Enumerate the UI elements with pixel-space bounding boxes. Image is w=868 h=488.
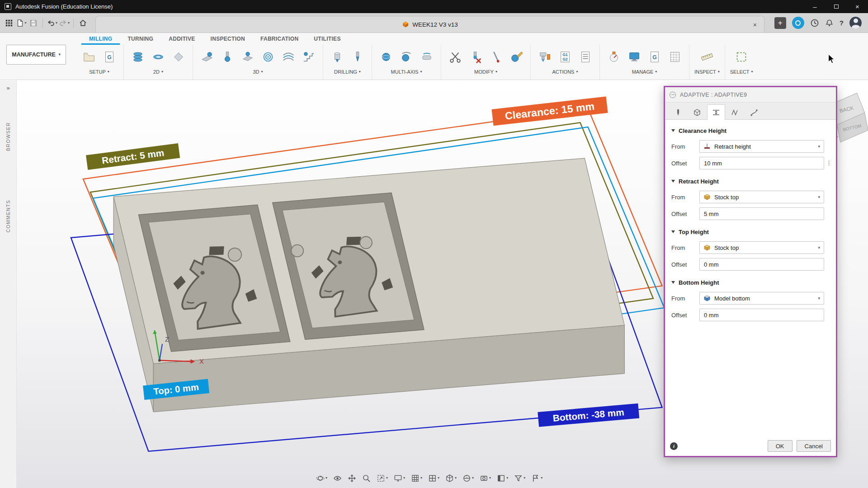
expand-panel-icon[interactable]: »: [6, 84, 9, 91]
group-dropdown-drilling[interactable]: DRILLING▾: [334, 69, 361, 75]
zoom-button[interactable]: [361, 472, 372, 484]
section-analysis-button[interactable]: ▾: [462, 472, 475, 484]
drill-tool-icon[interactable]: [349, 47, 367, 67]
notifications-bell-icon[interactable]: [825, 19, 834, 28]
selection-filter-button[interactable]: ▾: [513, 472, 526, 484]
minimize-button[interactable]: –: [804, 0, 826, 13]
adaptive-clearing-icon[interactable]: [198, 47, 216, 67]
history-clock-icon[interactable]: [810, 19, 819, 28]
section-header[interactable]: Top Height: [671, 226, 824, 237]
tab-milling[interactable]: MILLING: [81, 33, 120, 45]
tab-passes[interactable]: [726, 105, 744, 119]
redo-button[interactable]: ▾: [59, 17, 70, 29]
post-process-icon[interactable]: [536, 47, 554, 67]
multiaxis-contour-icon[interactable]: [377, 47, 395, 67]
delete-toolpath-icon[interactable]: [467, 47, 485, 67]
collapse-dialog-icon[interactable]: [670, 92, 676, 98]
tab-additive[interactable]: ADDITIVE: [161, 33, 203, 45]
top-from-select[interactable]: Stock top ▾: [699, 241, 824, 254]
markup-button[interactable]: ▾: [530, 472, 543, 484]
post-library-icon[interactable]: G: [646, 47, 664, 67]
rotary-icon[interactable]: [418, 47, 436, 67]
display-settings-button[interactable]: ▾: [393, 472, 406, 484]
group-dropdown-modify[interactable]: MODIFY▾: [474, 69, 497, 75]
probe-icon[interactable]: [487, 47, 505, 67]
fit-button[interactable]: ▾: [376, 472, 389, 484]
machine-library-icon[interactable]: [625, 47, 643, 67]
undo-button[interactable]: ▾: [47, 17, 57, 29]
viewports-button[interactable]: ▾: [427, 472, 440, 484]
file-menu-button[interactable]: ▾: [16, 17, 27, 29]
pan-button[interactable]: [347, 472, 357, 484]
section-header[interactable]: Bottom Height: [671, 277, 824, 288]
group-dropdown-3d[interactable]: 3D▾: [253, 69, 263, 75]
new-tab-button[interactable]: +: [774, 17, 786, 29]
setup-sheet-icon[interactable]: [576, 47, 594, 67]
maximize-button[interactable]: [826, 0, 847, 13]
look-at-button[interactable]: [332, 472, 343, 484]
retract-offset-input[interactable]: 5 mm: [699, 207, 824, 220]
section-header[interactable]: Clearance Height: [671, 125, 824, 136]
task-manager-icon[interactable]: [666, 47, 684, 67]
group-dropdown-2d[interactable]: 2D▾: [153, 69, 163, 75]
group-dropdown-inspect[interactable]: INSPECT▾: [694, 69, 720, 75]
contour3d-icon[interactable]: [239, 47, 257, 67]
tab-utilities[interactable]: UTILITIES: [306, 33, 348, 45]
retract-from-select[interactable]: Stock top ▾: [699, 191, 824, 203]
measure-icon[interactable]: [698, 47, 716, 67]
show-panels-button[interactable]: ▾: [496, 472, 509, 484]
save-button[interactable]: [28, 17, 39, 29]
bottom-offset-input[interactable]: 0 mm: [699, 309, 824, 321]
user-avatar[interactable]: [849, 17, 862, 29]
ball-endmill-icon[interactable]: [218, 47, 236, 67]
tab-turning[interactable]: TURNING: [120, 33, 161, 45]
document-tab[interactable]: WEEK12 V3 v13 ×: [95, 16, 764, 33]
edit-toolpath-icon[interactable]: [507, 47, 525, 67]
group-dropdown-actions[interactable]: ACTIONS▾: [552, 69, 578, 75]
cancel-button[interactable]: Cancel: [797, 440, 831, 452]
clearance-from-select[interactable]: Retract height ▾: [699, 140, 824, 153]
tab-geometry[interactable]: [688, 105, 706, 119]
drill-icon[interactable]: [328, 47, 346, 67]
bottom-from-select[interactable]: Model bottom ▾: [699, 292, 824, 305]
app-grid-button[interactable]: [4, 17, 14, 29]
browser-panel-tab[interactable]: BROWSER: [5, 122, 11, 151]
trim-icon[interactable]: [446, 47, 464, 67]
selection-box-icon[interactable]: [732, 47, 750, 67]
morphed-spiral-icon[interactable]: [279, 47, 297, 67]
job-status-button[interactable]: [792, 17, 804, 29]
tab-fabrication[interactable]: FABRICATION: [253, 33, 306, 45]
tab-close-icon[interactable]: ×: [750, 21, 760, 28]
comments-panel-tab[interactable]: COMMENTS: [5, 200, 11, 232]
tool-library-icon[interactable]: [605, 47, 623, 67]
tab-tool[interactable]: [669, 105, 687, 119]
top-offset-input[interactable]: 0 mm: [699, 258, 824, 271]
section-header[interactable]: Retract Height: [671, 176, 824, 187]
flow-icon[interactable]: [397, 47, 415, 67]
field-options-icon[interactable]: ⋮: [826, 160, 832, 167]
clearance-offset-input[interactable]: 10 mm: [699, 157, 824, 169]
workspace-selector[interactable]: MANUFACTURE ▾: [6, 45, 66, 65]
face-icon[interactable]: [149, 47, 167, 67]
info-icon[interactable]: i: [670, 442, 678, 450]
group-dropdown-manage[interactable]: MANAGE▾: [632, 69, 657, 75]
steep-shallow-icon[interactable]: [300, 47, 318, 67]
nc-program-icon[interactable]: G1G2: [556, 47, 574, 67]
pocket2d-icon[interactable]: [129, 47, 147, 67]
visual-style-button[interactable]: ▾: [444, 472, 458, 484]
named-views-button[interactable]: ▾: [479, 472, 492, 484]
orbit-button[interactable]: ▾: [315, 472, 328, 484]
chamfer2d-icon[interactable]: [170, 47, 188, 67]
new-setup-icon[interactable]: [80, 47, 98, 67]
home-button[interactable]: [77, 17, 88, 29]
group-dropdown-select[interactable]: SELECT▾: [730, 69, 753, 75]
group-dropdown-multiaxis[interactable]: MULTI-AXIS▾: [391, 69, 422, 75]
spiral-icon[interactable]: [259, 47, 277, 67]
ok-button[interactable]: OK: [768, 440, 793, 452]
grid-snaps-button[interactable]: ▾: [410, 472, 423, 484]
gcode-document-icon[interactable]: G: [100, 47, 118, 67]
close-button[interactable]: ×: [847, 0, 868, 13]
tab-inspection[interactable]: INSPECTION: [203, 33, 253, 45]
dialog-header[interactable]: ADAPTIVE : ADAPTIVE9: [665, 87, 836, 103]
group-dropdown-setup[interactable]: SETUP▾: [89, 69, 109, 75]
